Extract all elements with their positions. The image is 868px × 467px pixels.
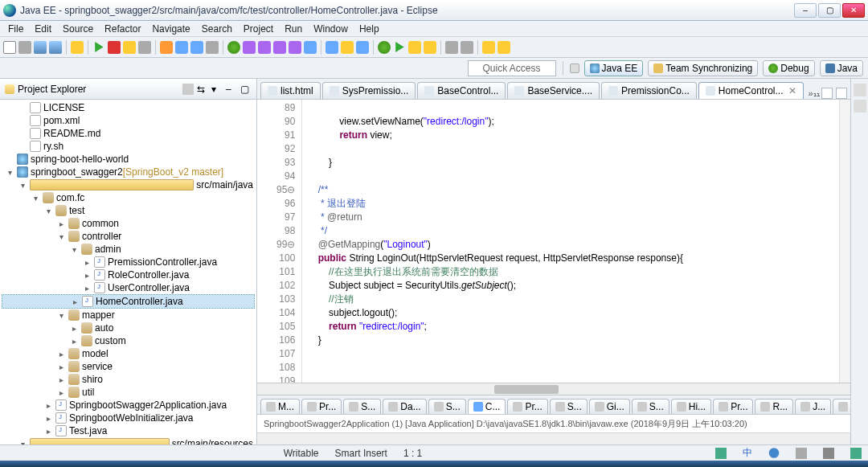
menu-source[interactable]: Source (58, 22, 98, 36)
twisty-icon[interactable]: ▾ (56, 232, 66, 241)
code-line[interactable]: /** (307, 183, 834, 197)
tree-node[interactable]: ▸SpringbootWebInitializer.java (2, 412, 255, 424)
code-line[interactable] (307, 142, 834, 156)
tree-node[interactable]: ▸common (2, 217, 255, 230)
code-line[interactable]: */ (307, 224, 834, 238)
status-icon[interactable] (796, 448, 807, 459)
twisty-icon[interactable]: ▸ (82, 258, 92, 267)
tree-node[interactable]: ▾com.fc (2, 191, 255, 204)
tool-icon[interactable] (160, 41, 173, 54)
bottom-tab[interactable]: S... (632, 399, 669, 414)
twisty-icon[interactable]: ▸ (56, 363, 66, 371)
code-line[interactable]: //注销 (307, 293, 834, 306)
tree-node[interactable]: ▸PremissionController.java (2, 256, 255, 268)
tree-node[interactable]: ▸SpringbootSwagger2Application.java (2, 399, 255, 412)
tool-icon[interactable] (206, 41, 219, 54)
tool-icon[interactable] (445, 41, 458, 54)
drop-icon[interactable] (18, 41, 31, 54)
tree-node[interactable]: README.md (2, 127, 255, 140)
maximize-button[interactable]: ▢ (818, 3, 841, 18)
perspective-team[interactable]: Team Synchronizing (648, 60, 758, 76)
bottom-tab[interactable]: J... (795, 399, 831, 414)
twisty-icon[interactable]: ▸ (43, 401, 53, 410)
tree-node[interactable]: ▸auto (2, 322, 255, 334)
twisty-icon[interactable]: ▸ (82, 271, 92, 280)
tool-icon[interactable] (341, 41, 354, 54)
tool-icon[interactable] (461, 41, 473, 54)
tool-icon[interactable] (175, 41, 188, 54)
tree-node[interactable]: ▾springboot_swagger2 [SpringBoot_v2 mast… (2, 166, 255, 178)
code-line[interactable]: view.setViewName("redirect:/login"); (307, 115, 834, 129)
code-line[interactable]: * @return (307, 211, 834, 224)
editor-tab[interactable]: SysPremissio... (322, 82, 416, 99)
forward-icon[interactable] (497, 41, 510, 54)
tool-icon[interactable] (289, 41, 301, 54)
code-line[interactable]: Subject subject = SecurityUtils.getSubje… (307, 279, 834, 293)
code-line[interactable]: subject.logout(); (307, 306, 834, 320)
tool-icon[interactable] (71, 41, 84, 54)
code-line[interactable]: } (307, 156, 834, 170)
tree-node[interactable]: ▸HomeController.java (2, 294, 255, 309)
editor-tab[interactable]: PremissionCo... (601, 82, 697, 99)
tree-node[interactable]: ▸UserController.java (2, 281, 255, 294)
editor-tab[interactable]: HomeControl...✕ (698, 82, 804, 99)
twisty-icon[interactable]: ▸ (43, 414, 53, 423)
save-all-icon[interactable] (49, 41, 62, 54)
maximize-view-icon[interactable]: ▢ (240, 84, 252, 95)
code-line[interactable]: @GetMapping("Loginout") (307, 238, 834, 252)
menu-edit[interactable]: Edit (30, 22, 56, 36)
perspective-java-ee[interactable]: Java EE (584, 60, 644, 76)
twisty-icon[interactable]: ▾ (31, 194, 40, 203)
step-icon[interactable] (138, 41, 151, 54)
code-line[interactable]: * 退出登陆 (307, 197, 834, 211)
twisty-icon[interactable]: ▸ (56, 350, 66, 358)
close-tab-icon[interactable]: ✕ (788, 85, 796, 96)
tree-node[interactable]: ▸util (2, 386, 255, 399)
code-line[interactable]: public String LoginOut(HttpServletReques… (307, 252, 834, 265)
tree-node[interactable]: ▸model (2, 347, 255, 360)
twisty-icon[interactable]: ▾ (56, 311, 66, 320)
tool-icon[interactable] (304, 41, 317, 54)
code-line[interactable]: } (307, 334, 834, 347)
twisty-icon[interactable]: ▸ (43, 427, 53, 436)
bottom-tab[interactable]: M... (260, 399, 300, 414)
close-button[interactable]: ✕ (842, 3, 865, 18)
status-icon[interactable] (768, 448, 780, 459)
bottom-tab[interactable]: S... (550, 399, 588, 414)
run-icon[interactable] (92, 41, 105, 54)
perspective-java[interactable]: Java (820, 60, 863, 76)
status-icon[interactable] (850, 448, 862, 459)
twisty-icon[interactable]: ▾ (18, 181, 27, 190)
bottom-tab[interactable]: Pr... (713, 399, 753, 414)
collapse-all-icon[interactable]: ⇆ (197, 84, 208, 95)
tool-icon[interactable] (356, 41, 369, 54)
bottom-tab[interactable]: Hi... (671, 399, 711, 414)
twisty-icon[interactable]: ▸ (69, 337, 79, 346)
code-line[interactable] (307, 347, 834, 361)
menu-navigate[interactable]: Navigate (147, 22, 194, 36)
minimize-view-icon[interactable]: – (226, 84, 237, 95)
code-line[interactable]: //在这里执行退出系统前需要清空的数据 (307, 265, 834, 279)
debug-dropdown-icon[interactable] (378, 41, 391, 54)
editor-tab[interactable]: BaseService.... (507, 82, 600, 99)
editor-tab[interactable]: list.html (260, 82, 321, 99)
run-dropdown-icon[interactable] (393, 41, 406, 54)
tree-node[interactable]: ▸RoleController.java (2, 268, 255, 281)
bottom-tab[interactable]: Da... (383, 399, 426, 414)
tree-node[interactable]: ▾src/main/resources (2, 437, 255, 444)
twisty-icon[interactable]: ▾ (5, 168, 14, 177)
minimize-editor-icon[interactable] (821, 88, 833, 99)
menu-search[interactable]: Search (197, 22, 237, 36)
tree-node[interactable]: ▾mapper (2, 309, 255, 322)
tool-icon[interactable] (326, 41, 338, 54)
tree-node[interactable]: ▸shiro (2, 373, 255, 386)
tool-icon[interactable] (243, 41, 256, 54)
bottom-tab[interactable]: S... (343, 399, 381, 414)
editor-tab[interactable]: BaseControl... (417, 82, 506, 99)
bottom-tab[interactable]: Pr... (301, 399, 342, 414)
tree-node[interactable]: ▾test (2, 204, 255, 217)
pause-icon[interactable] (123, 41, 136, 54)
twisty-icon[interactable]: ▾ (69, 245, 79, 254)
twisty-icon[interactable]: ▸ (70, 297, 80, 306)
code-line[interactable]: return "redirect:/login"; (307, 320, 834, 334)
